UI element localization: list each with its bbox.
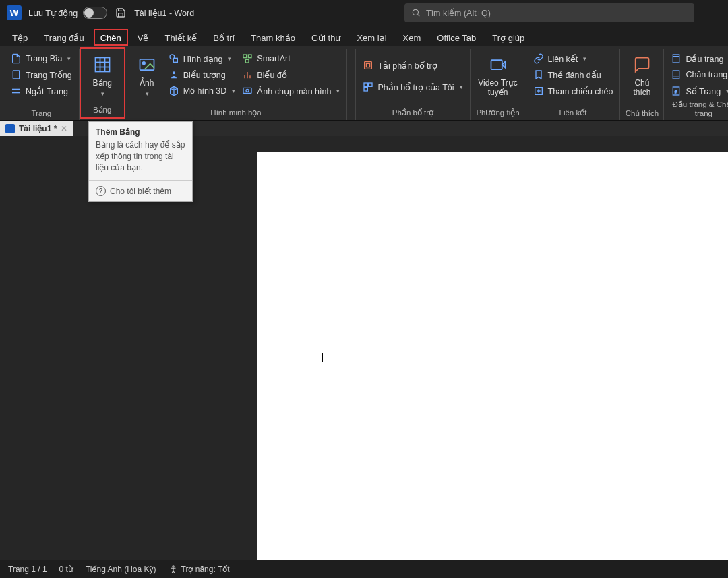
status-wordcount[interactable]: 0 từ [59, 565, 73, 574]
autosave-control: Lưu Tự động [28, 7, 107, 19]
status-page[interactable]: Trang 1 / 1 [8, 565, 47, 574]
group-label-addins: Phần bổ trợ [360, 106, 465, 120]
svg-rect-15 [243, 55, 247, 58]
blank-page-button[interactable]: Trang Trống [8, 67, 75, 82]
shapes-button[interactable]: Hình dạng▾ [166, 51, 239, 66]
group-label-illustrations: Hình minh họa [129, 106, 343, 120]
tab-officetab[interactable]: Office Tab [430, 29, 483, 46]
chevron-down-icon: ▾ [583, 55, 586, 62]
video-icon [487, 54, 509, 75]
table-icon [92, 54, 113, 75]
page-break-button[interactable]: Ngắt Trang [8, 84, 75, 98]
titlebar: W Lưu Tự động Tài liệu1 - Word Tìm kiếm … [0, 0, 728, 26]
table-button[interactable]: Bảng ▾ [85, 51, 120, 100]
svg-rect-25 [364, 83, 367, 86]
footer-icon [671, 69, 681, 80]
bookmark-icon [533, 69, 544, 80]
tab-references[interactable]: Tham khảo [244, 29, 302, 46]
svg-rect-31 [673, 55, 679, 63]
page-icon [11, 53, 22, 64]
svg-point-11 [142, 62, 145, 65]
tab-file[interactable]: Tệp [5, 29, 34, 46]
page-icon [11, 69, 22, 80]
tab-layout[interactable]: Bố trí [206, 29, 241, 46]
svg-point-37 [172, 566, 173, 567]
svg-rect-13 [173, 58, 177, 62]
tab-mailings[interactable]: Gửi thư [305, 29, 347, 46]
text-cursor [322, 353, 323, 362]
tab-help[interactable]: Trợ giúp [485, 29, 531, 46]
svg-point-22 [246, 89, 249, 92]
header-button[interactable]: Đầu trang▾ [668, 51, 728, 66]
online-video-button[interactable]: Video Trực tuyến [475, 51, 522, 100]
statusbar: Trang 1 / 1 0 từ Tiếng Anh (Hoa Kỳ) Trợ … [0, 560, 728, 578]
close-icon[interactable]: ✕ [61, 124, 67, 133]
tab-home[interactable]: Trang đầu [37, 29, 91, 46]
3dmodel-button[interactable]: Mô hình 3D ▾ [166, 84, 239, 98]
tab-draw[interactable]: Vẽ [131, 29, 156, 46]
search-box[interactable]: Tìm kiếm (Alt+Q) [404, 3, 694, 22]
crossref-button[interactable]: Tham chiếu chéo [530, 84, 616, 98]
shapes-icon [169, 53, 179, 64]
document-tab[interactable]: Tài liệu1 * ✕ [0, 121, 73, 136]
tab-view[interactable]: Xem [396, 29, 428, 46]
autosave-toggle[interactable] [83, 7, 107, 19]
get-addins-button[interactable]: Tải phần bổ trợ [360, 58, 465, 73]
chevron-down-icon: ▾ [146, 90, 149, 97]
status-language[interactable]: Tiếng Anh (Hoa Kỳ) [86, 565, 156, 574]
search-icon [411, 8, 421, 18]
picture-icon [136, 54, 158, 75]
group-media: Video Trực tuyến Phương tiện [471, 49, 526, 120]
chevron-down-icon: ▾ [460, 84, 463, 90]
table-tooltip: Thêm Bảng Bảng là cách hay để sắp xếp th… [88, 121, 193, 202]
comment-button[interactable]: Chú thích [624, 51, 659, 100]
pictures-button[interactable]: Ảnh ▾ [129, 51, 164, 100]
search-placeholder: Tìm kiếm (Alt+Q) [426, 8, 491, 18]
svg-line-1 [418, 15, 420, 17]
header-icon [671, 53, 681, 64]
footer-button[interactable]: Chân trang▾ [668, 67, 728, 82]
svg-point-0 [413, 9, 418, 15]
chart-button[interactable]: Biểu đồ [239, 67, 342, 82]
svg-rect-2 [13, 71, 19, 79]
icons-icon [169, 69, 179, 80]
chevron-down-icon: ▾ [101, 90, 104, 97]
cover-page-button[interactable]: Trang Bìa▾ [8, 51, 75, 66]
group-label-tables: Bảng [85, 104, 120, 117]
svg-rect-5 [95, 58, 109, 72]
group-pages: Trang Bìa▾ Trang Trống Ngắt Trang Trang [4, 49, 80, 120]
tab-design[interactable]: Thiết kế [158, 29, 204, 46]
tab-insert[interactable]: Chèn [94, 29, 128, 46]
store-icon [363, 60, 373, 71]
group-label-headerfooter: Đầu trang & Chân trang [668, 98, 728, 120]
accessibility-icon [169, 565, 178, 574]
screenshot-button[interactable]: Ảnh chụp màn hình▾ [239, 84, 342, 98]
page[interactable] [257, 152, 728, 560]
pagenum-button[interactable]: # Số Trang▾ [668, 84, 728, 98]
chevron-down-icon: ▾ [232, 88, 235, 94]
group-links: Liên kết ▾ Thẻ đánh dấu Tham chiếu chéo … [526, 49, 621, 120]
autosave-label: Lưu Tự động [28, 8, 78, 18]
svg-rect-21 [243, 88, 251, 93]
save-icon[interactable] [115, 7, 126, 18]
smartart-button[interactable]: SmartArt [239, 51, 342, 66]
link-icon [533, 53, 544, 64]
tab-review[interactable]: Xem lại [350, 29, 393, 46]
svg-point-14 [173, 71, 175, 74]
group-label-links: Liên kết [530, 106, 616, 120]
link-button[interactable]: Liên kết ▾ [530, 51, 616, 66]
svg-rect-24 [367, 63, 370, 67]
group-label-media: Phương tiện [475, 106, 522, 120]
icons-button[interactable]: Biểu tượng [166, 67, 239, 82]
svg-rect-27 [364, 88, 367, 91]
my-addins-button[interactable]: Phần bổ trợ của Tôi ▾ [360, 79, 465, 94]
tooltip-tell-me-more[interactable]: ? Cho tôi biết thêm [89, 180, 192, 201]
word-doc-icon [5, 124, 15, 133]
bookmark-button[interactable]: Thẻ đánh dấu [530, 67, 616, 82]
status-accessibility[interactable]: Trợ năng: Tốt [169, 565, 230, 574]
chart-icon [242, 69, 253, 80]
chevron-down-icon: ▾ [228, 55, 231, 62]
screenshot-icon [242, 86, 253, 96]
svg-rect-10 [140, 59, 154, 70]
tooltip-title: Thêm Bảng [89, 122, 192, 139]
